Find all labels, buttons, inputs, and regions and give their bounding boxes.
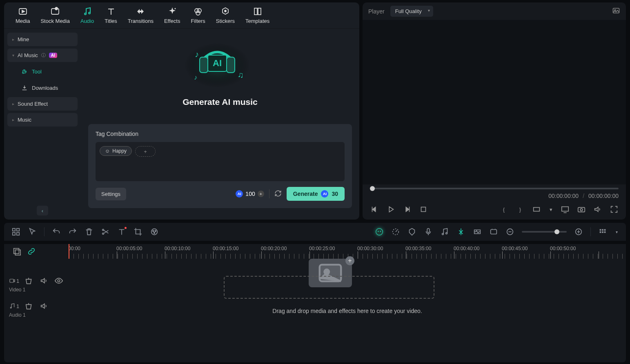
crop-button[interactable] [134,227,142,236]
svg-point-59 [10,307,11,309]
svg-point-4 [85,13,86,15]
tab-media[interactable]: Media [16,7,30,28]
render-button[interactable] [489,227,498,236]
split-button[interactable] [101,227,110,236]
library-tabs: Media Stock Media Audio Titles Transitio… [4,2,359,29]
player-panel: Player Full Quality 00:00:00:00/00:00:00… [363,2,626,220]
svg-rect-52 [600,231,601,233]
quality-dropdown[interactable]: Full Quality [390,6,433,17]
track-view-button[interactable] [598,227,607,236]
track-mute-button[interactable] [40,302,49,311]
snapshot-button[interactable] [612,7,620,16]
tool-icon [21,68,28,75]
mark-out-button[interactable]: } [516,205,525,214]
sidebar-item-mine[interactable]: ▸Mine [7,33,78,46]
svg-rect-30 [13,233,15,235]
aspect-button[interactable] [532,205,541,214]
ai-assist-button[interactable] [375,227,384,236]
tab-templates[interactable]: Templates [245,7,269,28]
add-tag-button[interactable]: + [135,146,156,157]
undo-button[interactable] [52,227,61,236]
templates-icon [253,7,263,16]
playhead[interactable] [69,244,69,259]
ai-hero: AI ♪ ♫ ♪ Generate AI music [183,37,258,107]
zoom-thumb[interactable] [554,229,559,234]
sidebar-tool-label: Tool [32,69,42,75]
sidebar-item-ai-music[interactable]: ▾AI MusicⓘAI [7,49,78,62]
timeline-tracks[interactable]: Drag and drop media and effects here to … [69,259,626,362]
svg-point-44 [446,233,447,234]
stickers-icon [220,7,230,16]
marker-button[interactable] [407,227,416,236]
caret-icon: ▸ [12,37,14,42]
help-icon[interactable]: ⓘ [41,52,46,58]
delete-button[interactable] [85,227,93,236]
stop-button[interactable] [419,205,428,214]
refresh-button[interactable] [274,190,282,198]
play-button[interactable] [386,205,395,214]
track-lock-button[interactable] [25,302,34,311]
audio-sync-button[interactable] [440,227,449,236]
sidebar-item-sound-effect[interactable]: ▸Sound Effect [7,97,78,111]
svg-point-5 [89,12,90,14]
mark-in-button[interactable]: { [499,205,508,214]
svg-rect-46 [491,230,497,234]
fullscreen-button[interactable] [610,205,619,214]
link-button[interactable] [27,247,36,256]
color-button[interactable] [150,227,159,236]
text-button[interactable] [117,227,126,236]
svg-point-8 [197,9,201,13]
sidebar-sub-tool[interactable]: Tool [7,64,78,78]
svg-rect-14 [200,57,208,73]
svg-point-35 [153,231,154,232]
keyframe-button[interactable] [473,227,482,236]
svg-point-36 [155,231,156,232]
sidebar-sub-downloads[interactable]: Downloads [7,81,78,95]
drop-zone[interactable] [224,276,434,299]
redo-button[interactable] [68,227,77,236]
tag-chip-happy[interactable]: ☺Happy [100,146,132,156]
layout-button[interactable] [11,227,20,236]
pointer-button[interactable] [28,227,37,236]
svg-marker-1 [22,10,24,13]
generate-button[interactable]: GenerateAI30 [287,187,345,201]
player-scrubber[interactable] [363,184,626,193]
tab-effects[interactable]: Effects [164,7,180,28]
tab-titles[interactable]: Titles [105,7,117,28]
camera-button[interactable] [577,205,586,214]
next-frame-button[interactable] [403,205,412,214]
track-view-dropdown[interactable]: ▾ [614,227,619,236]
display-button[interactable] [561,205,570,214]
add-credits-button[interactable]: + [258,191,264,197]
scrub-thumb[interactable] [370,186,375,191]
aspect-dropdown[interactable]: ▾ [548,205,553,214]
sidebar-collapse-button[interactable]: ‹ [37,206,48,215]
settings-button[interactable]: Settings [96,188,126,200]
sidebar-item-music[interactable]: ▸Music [7,113,78,127]
tab-audio[interactable]: Audio [80,7,94,28]
track-mute-button[interactable] [40,276,49,285]
ruler-tick: 00:00:05:00 [116,246,142,251]
speed-button[interactable] [391,227,400,236]
tag-input-box[interactable]: ☺Happy + [96,142,345,181]
tab-stickers[interactable]: Stickers [216,7,235,28]
player-viewport[interactable] [363,20,626,184]
volume-button[interactable] [593,205,602,214]
audio-icon [82,7,92,16]
zoom-in-button[interactable] [574,227,583,236]
prev-frame-button[interactable] [370,205,379,214]
titles-icon [106,7,116,16]
divider [269,189,269,198]
auto-cut-button[interactable] [456,227,465,236]
svg-rect-12 [258,8,261,15]
add-track-button[interactable] [12,247,21,256]
zoom-out-button[interactable] [505,227,514,236]
tab-transitions[interactable]: Transitions [128,7,154,28]
track-visibility-button[interactable] [54,276,63,285]
tab-filters[interactable]: Filters [191,7,205,28]
voiceover-button[interactable] [424,227,433,236]
track-lock-button[interactable] [25,276,34,285]
zoom-slider[interactable] [522,231,567,233]
tab-transitions-label: Transitions [128,18,154,24]
tab-stock-media[interactable]: Stock Media [40,7,70,28]
